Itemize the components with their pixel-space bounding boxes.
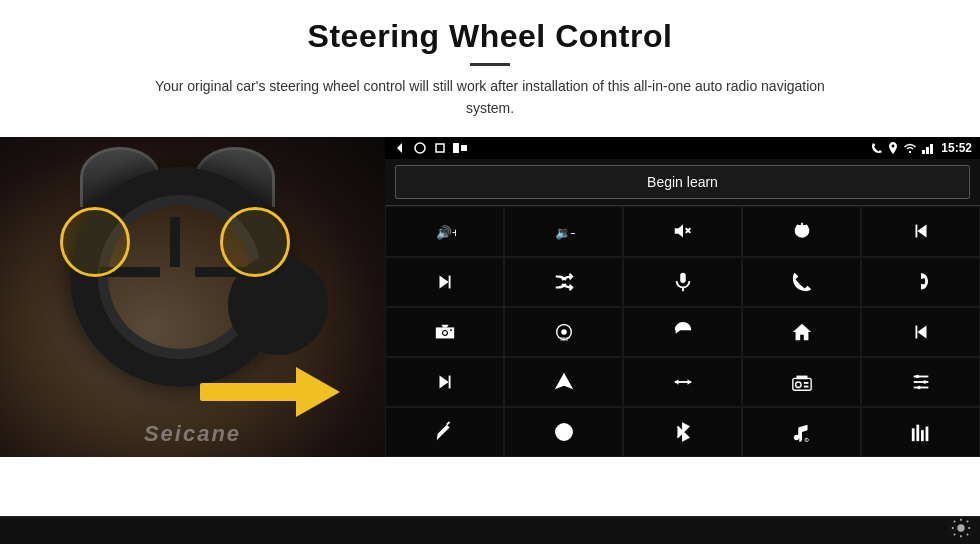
svg-marker-33: [674, 379, 678, 385]
ctrl-sliders[interactable]: [861, 357, 980, 407]
svg-marker-28: [917, 325, 926, 338]
steering-image: Seicane: [0, 137, 385, 457]
svg-rect-4: [461, 145, 467, 151]
time-display: 15:52: [941, 141, 972, 155]
ctrl-next-skip[interactable]: [385, 257, 504, 307]
ctrl-hang-up[interactable]: [861, 257, 980, 307]
arrow-body: [200, 383, 300, 401]
svg-rect-6: [926, 147, 929, 154]
header: Steering Wheel Control Your original car…: [0, 0, 980, 127]
ctrl-vol-up[interactable]: 🔊+: [385, 206, 504, 256]
bottom-bar: [0, 516, 980, 544]
svg-point-20: [443, 331, 447, 335]
notif-icon: [453, 141, 469, 155]
seicane-watermark: Seicane: [144, 421, 241, 447]
ctrl-back[interactable]: [623, 307, 742, 357]
svg-marker-0: [397, 143, 402, 153]
back-arrow-icon: [393, 141, 407, 155]
svg-rect-3: [453, 143, 459, 153]
ctrl-navigation[interactable]: [504, 357, 623, 407]
svg-marker-26: [792, 324, 810, 341]
ctrl-phone[interactable]: [742, 257, 861, 307]
spoke-top: [170, 217, 180, 267]
svg-marker-12: [915, 225, 917, 238]
page-top: Steering Wheel Control Your original car…: [0, 0, 980, 127]
ctrl-bluetooth[interactable]: [623, 407, 742, 457]
svg-point-21: [450, 329, 452, 331]
page-title: Steering Wheel Control: [60, 18, 920, 55]
signal-icon: [922, 142, 936, 154]
content-area: Seicane: [0, 137, 980, 516]
svg-marker-18: [441, 325, 448, 328]
svg-marker-31: [554, 373, 572, 390]
ctrl-vol-down[interactable]: 🔉–: [504, 206, 623, 256]
wifi-icon: [903, 142, 917, 154]
begin-learn-row: Begin learn: [385, 159, 980, 205]
svg-point-1: [415, 143, 425, 153]
svg-point-44: [922, 380, 926, 384]
ctrl-mute[interactable]: [623, 206, 742, 256]
svg-text:🔊+: 🔊+: [435, 225, 455, 241]
svg-text:360°: 360°: [560, 337, 570, 342]
svg-text:🔉–: 🔉–: [554, 225, 574, 241]
ctrl-fast-forward[interactable]: [385, 357, 504, 407]
svg-rect-54: [916, 425, 919, 442]
square-icon: [433, 141, 447, 155]
arrow-head: [296, 367, 340, 417]
svg-rect-53: [911, 429, 914, 442]
svg-point-43: [915, 375, 919, 379]
svg-rect-5: [922, 150, 925, 154]
svg-rect-56: [925, 427, 928, 442]
svg-marker-29: [448, 376, 450, 389]
ctrl-camera[interactable]: [385, 307, 504, 357]
svg-marker-27: [915, 325, 917, 338]
highlight-left-buttons: [60, 207, 130, 277]
svg-rect-2: [436, 144, 444, 152]
ctrl-power[interactable]: [742, 206, 861, 256]
ctrl-shuffle[interactable]: [504, 257, 623, 307]
svg-point-37: [795, 382, 801, 388]
ctrl-home[interactable]: [742, 307, 861, 357]
ctrl-steering[interactable]: [504, 407, 623, 457]
svg-rect-55: [921, 430, 924, 441]
ctrl-pen[interactable]: [385, 407, 504, 457]
ctrl-radio[interactable]: [742, 357, 861, 407]
ctrl-music[interactable]: ⚙: [742, 407, 861, 457]
page-wrapper: Steering Wheel Control Your original car…: [0, 0, 980, 544]
steering-wheel-ring: [70, 167, 290, 387]
subtitle: Your original car's steering wheel contr…: [140, 76, 840, 119]
svg-marker-34: [687, 379, 691, 385]
settings-gear-icon[interactable]: [950, 517, 972, 544]
ctrl-spectrum[interactable]: [861, 407, 980, 457]
svg-marker-13: [917, 225, 926, 238]
status-right-icons: 15:52: [871, 141, 972, 155]
begin-learn-button[interactable]: Begin learn: [395, 165, 970, 199]
svg-point-23: [561, 329, 567, 335]
svg-line-46: [446, 422, 449, 425]
ctrl-360[interactable]: 360°: [504, 307, 623, 357]
home-circle-icon: [413, 141, 427, 155]
arrow-indicator: [200, 367, 340, 417]
title-divider: [470, 63, 510, 66]
ctrl-skip-back2[interactable]: [861, 307, 980, 357]
svg-point-45: [917, 386, 921, 390]
svg-rect-39: [803, 386, 808, 388]
ctrl-mic[interactable]: [623, 257, 742, 307]
svg-rect-36: [796, 376, 807, 380]
status-bar: 15:52: [385, 137, 980, 159]
svg-text:⚙: ⚙: [803, 436, 808, 443]
svg-rect-16: [680, 272, 686, 282]
svg-marker-15: [439, 275, 448, 288]
phone-icon: [871, 142, 883, 154]
svg-rect-7: [930, 144, 933, 154]
svg-marker-14: [448, 275, 450, 288]
ctrl-skip-prev[interactable]: [861, 206, 980, 256]
svg-rect-38: [803, 382, 808, 384]
android-ui: 15:52 Begin learn 🔊+ 🔉–: [385, 137, 980, 457]
highlight-right-buttons: [220, 207, 290, 277]
ctrl-eq[interactable]: [623, 357, 742, 407]
steering-scene: Seicane: [0, 137, 385, 457]
location-icon: [888, 142, 898, 154]
svg-marker-30: [439, 376, 448, 389]
status-nav-icons: [393, 141, 469, 155]
